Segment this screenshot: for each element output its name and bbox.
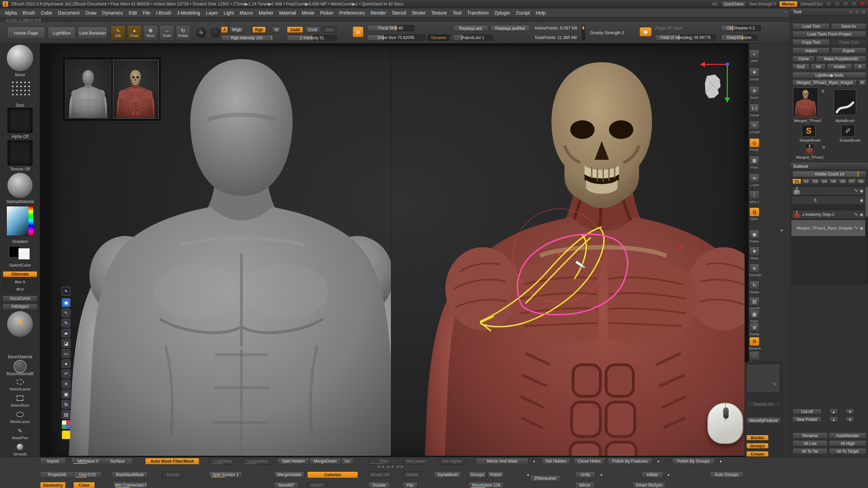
current-tool-flag[interactable]: R: [858, 79, 866, 86]
viewport-right[interactable]: [392, 46, 745, 456]
bottom-button[interactable]: Lazyradius: [242, 458, 273, 465]
bottom-button[interactable]: Del Lower: [402, 458, 430, 465]
bottom-button[interactable]: MidValue 0: [71, 458, 104, 465]
z-intensity-slider[interactable]: Z Intensity 51: [287, 35, 337, 41]
brush-masklasso[interactable]: MaskLasso: [0, 410, 40, 424]
crease-button[interactable]: Crease: [746, 451, 769, 457]
bottom-button[interactable]: BackfaceMask: [112, 471, 148, 478]
clear-icon[interactable]: ✕: [62, 380, 71, 388]
menu-item[interactable]: Material: [279, 10, 296, 16]
points-slider[interactable]: [582, 25, 585, 41]
bottom-button[interactable]: ZRemesher: [530, 475, 560, 482]
secondary-color-swatch[interactable]: [18, 248, 30, 260]
blur-slider[interactable]: Blur 0: [3, 279, 37, 285]
thumbnail-anatomy-model[interactable]: [113, 60, 159, 119]
bottom-button[interactable]: Split Screen 1: [209, 471, 242, 478]
bottom-button[interactable]: Polish By Groups: [672, 458, 715, 465]
zscript-label[interactable]: DefaultZScr: [801, 2, 823, 6]
simple-brush-thumbnail[interactable]: S: [802, 125, 815, 137]
bottom-button[interactable]: Delete: [402, 471, 422, 478]
subtool-section-header[interactable]: Subtool: [790, 163, 868, 169]
dot-size-icon[interactable]: ●: [62, 359, 71, 368]
toggle-dot[interactable]: [656, 459, 660, 464]
accucurve-button[interactable]: AccuCurve: [3, 296, 37, 302]
subtool-row-folder[interactable]: J Anatomy Step-2 ✎◉: [792, 210, 865, 219]
new-folder-button[interactable]: New Folder: [792, 416, 822, 422]
bottom-button[interactable]: DynaMesh: [434, 471, 461, 478]
menu-item[interactable]: File: [143, 10, 151, 16]
alpha-preview-icon[interactable]: [210, 27, 221, 38]
menu-item[interactable]: Alpha: [5, 10, 17, 16]
bottom-button[interactable]: Unify: [575, 471, 595, 478]
all-to-target-button[interactable]: All To Target: [829, 448, 866, 454]
eraser-brush-thumbnail[interactable]: ✐: [841, 125, 855, 137]
active-tool-thumbnail[interactable]: [793, 87, 818, 117]
bottom-button[interactable]: Morph UV: [368, 471, 392, 478]
eye-icon[interactable]: ◉: [860, 198, 863, 203]
menu-item[interactable]: Help: [536, 10, 546, 16]
list-all-button[interactable]: List All: [792, 409, 822, 414]
minimize-icon[interactable]: [843, 2, 848, 6]
shelf-button[interactable]: ▦ Floor: [749, 156, 760, 169]
bottom-button[interactable]: Auto Groups: [710, 471, 743, 478]
bottom-button[interactable]: Surface: [102, 458, 133, 465]
pen-cursor-icon[interactable]: ✎: [62, 287, 71, 296]
camera-icon[interactable]: ◉: [639, 27, 652, 37]
bottom-button[interactable]: StoreMT: [274, 482, 298, 488]
menu-item[interactable]: J-Modeling: [177, 10, 200, 16]
home-page-button[interactable]: Home Page: [7, 27, 45, 39]
edit-mode-button[interactable]: ✎Edit: [111, 25, 125, 41]
texture-preview-box[interactable]: [748, 365, 779, 391]
color-picker[interactable]: [6, 206, 34, 236]
toggle-dot[interactable]: [666, 472, 671, 477]
brush-maskpen[interactable]: ✎ MaskPen: [0, 426, 40, 440]
alpha-brush-thumbnail[interactable]: [834, 89, 856, 115]
move-up-button[interactable]: ▴: [830, 409, 838, 414]
canvas-scroll-arrows[interactable]: ◄◄ ▲▼ ►►: [377, 465, 405, 468]
alternate-button[interactable]: Alternate: [3, 271, 37, 277]
bottom-button[interactable]: Mirror And Weld: [476, 458, 528, 465]
lightbox-tools-button[interactable]: Lightbox▶Tools: [792, 72, 866, 78]
brush-selectlasso[interactable]: SelectLasso: [0, 378, 40, 391]
shelf-button[interactable]: Q Qxyz: [749, 207, 760, 221]
bottom-button[interactable]: Flip: [402, 482, 418, 488]
current-stroke-thumbnail[interactable]: [10, 79, 30, 96]
bottom-button[interactable]: Uv: [341, 458, 353, 465]
move-mode-button[interactable]: ✥Move: [143, 25, 158, 41]
bottom-button[interactable]: MergeVisible: [274, 471, 304, 478]
visibility-tab[interactable]: V4: [820, 179, 829, 184]
whiteboard-icon[interactable]: ▤: [62, 410, 71, 419]
all-high-button[interactable]: All High: [829, 440, 866, 447]
mrgb-button[interactable]: Mrgb: [229, 26, 244, 33]
visibility-tab[interactable]: V7: [847, 179, 856, 184]
subtool-row-count[interactable]: 5 ◉: [792, 196, 865, 205]
draw-size-slider[interactable]: Draw Size 70.82045: [367, 35, 425, 41]
menu-item[interactable]: Edit: [129, 10, 137, 16]
brush-smooth[interactable]: Smooth: [0, 443, 40, 456]
menu-item[interactable]: Texture: [431, 10, 447, 16]
live-boolean-button[interactable]: Live Boolean: [78, 27, 107, 39]
window-layout-icon[interactable]: [834, 2, 840, 6]
texture-on-button[interactable]: Texture On: [746, 402, 780, 407]
switch-color-widget[interactable]: [9, 246, 31, 260]
folder-down-button[interactable]: ▾: [846, 416, 854, 422]
bottom-button[interactable]: Resolution 128: [469, 482, 504, 488]
shelf-button[interactable]: ┆ SPix 3: [749, 190, 760, 204]
rf-slider[interactable]: Rf 0: [3, 287, 37, 292]
screenshot-icon[interactable]: ▣: [62, 390, 71, 399]
menu-item[interactable]: Picker: [320, 10, 333, 16]
bottom-button[interactable]: Smart ReSym: [633, 482, 665, 488]
current-material-thumbnail[interactable]: [7, 173, 33, 198]
menu-item[interactable]: Dynamics: [102, 10, 123, 16]
brush-selectrect[interactable]: SelectRect: [0, 394, 40, 407]
shelf-button[interactable]: ◇ Persp: [749, 138, 760, 151]
visibility-tab[interactable]: V1: [792, 179, 801, 184]
bottom-button[interactable]: Color: [73, 482, 95, 488]
gravity-strength-slider[interactable]: Gravity Strength 0: [590, 30, 624, 35]
clipboard-icon[interactable]: ⧉: [62, 400, 71, 409]
shelf-button[interactable]: 1:1 Actual: [749, 104, 760, 117]
subtool-row[interactable]: ✎◉: [792, 186, 865, 195]
make-polymesh3d-button[interactable]: Make PolyMesh3D: [816, 56, 866, 62]
quicksave-button[interactable]: QuickSave: [721, 1, 746, 7]
shelf-button[interactable]: ✥ Move: [749, 247, 760, 260]
